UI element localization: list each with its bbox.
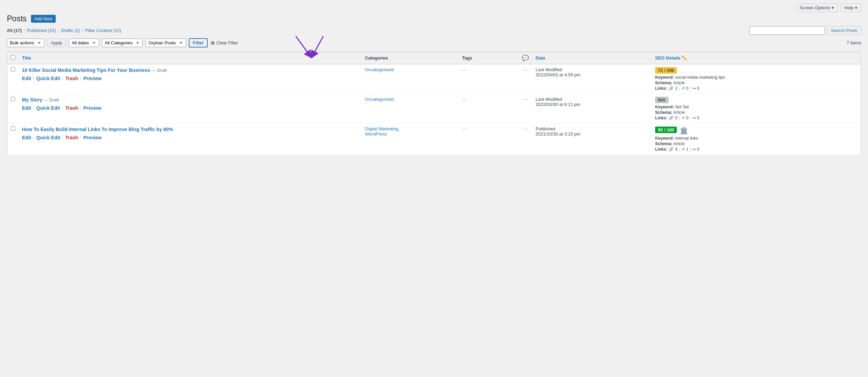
help-label: Help bbox=[844, 5, 854, 10]
row-checkbox-cell bbox=[7, 94, 19, 123]
tags-cell: — bbox=[459, 64, 519, 94]
search-posts-button[interactable]: Search Posts bbox=[827, 26, 861, 35]
seo-links: Links: 🔗 0 | ↗ 0 | ↪ 0 bbox=[655, 116, 857, 120]
preview-link[interactable]: Preview bbox=[83, 134, 101, 141]
affiliate-link-icon: ↪ bbox=[692, 147, 696, 152]
external-link-icon: ↗ bbox=[681, 86, 685, 91]
date-label: Last Modified bbox=[536, 97, 562, 102]
seo-keyword: Keyword: Not Set bbox=[655, 105, 857, 109]
trash-link[interactable]: Trash bbox=[65, 75, 78, 82]
nav-all[interactable]: All (17) bbox=[7, 28, 22, 33]
categories-cell: Digital Marketing, WordPress bbox=[361, 123, 458, 155]
external-link-icon: ↗ bbox=[681, 116, 685, 120]
title-column-header[interactable]: Title bbox=[19, 52, 361, 64]
tags-dash: — bbox=[462, 67, 467, 72]
edit-link[interactable]: Edit bbox=[22, 134, 31, 141]
row-checkbox[interactable] bbox=[11, 67, 15, 72]
categories-select[interactable]: All Categories bbox=[102, 39, 143, 47]
trash-link[interactable]: Trash bbox=[65, 105, 78, 112]
seo-keyword: Keyword: internal links bbox=[655, 136, 857, 141]
filter-button[interactable]: Filter bbox=[189, 38, 208, 47]
clear-filter-button[interactable]: ⊗ Clear Filter bbox=[210, 40, 238, 46]
table-row: My Story — Draft Edit | Quick Edit | Tra… bbox=[7, 94, 861, 123]
separator: | bbox=[58, 28, 59, 33]
post-title-link[interactable]: 10 Killer Social Media Marketing Tips Fo… bbox=[22, 67, 150, 73]
screen-options-button[interactable]: Screen Options ▾ bbox=[796, 3, 838, 12]
post-title-cell: 10 Killer Social Media Marketing Tips Fo… bbox=[19, 64, 361, 94]
seo-cell: 95 / 100 🏛️ Keyword: internal links Sche… bbox=[652, 123, 861, 155]
seo-score-badge: 95 / 100 bbox=[655, 127, 677, 133]
comments-cell: — bbox=[519, 123, 532, 155]
seo-cell: N/A Keyword: Not Set Schema: Article Lin… bbox=[652, 94, 861, 123]
quick-edit-link[interactable]: Quick Edit bbox=[36, 105, 60, 112]
row-actions: Edit | Quick Edit | Trash | Preview bbox=[22, 134, 358, 141]
add-new-button[interactable]: Add New bbox=[31, 15, 56, 23]
date-sort-link[interactable]: Date bbox=[536, 55, 545, 61]
external-link-icon: ↗ bbox=[681, 147, 685, 152]
edit-link[interactable]: Edit bbox=[22, 75, 31, 82]
pencil-icon[interactable]: ✏️ bbox=[682, 55, 687, 61]
date-value: 2021/10/30 at 3:15 pm bbox=[536, 131, 581, 137]
trash-link[interactable]: Trash bbox=[65, 134, 78, 141]
affiliate-link-icon: ↪ bbox=[692, 86, 696, 91]
select-all-checkbox[interactable] bbox=[11, 55, 15, 60]
post-status-nav: All (17) | Published (15) | Drafts (2) |… bbox=[7, 26, 861, 35]
chevron-down-icon: ▾ bbox=[832, 5, 834, 10]
separator: | bbox=[82, 28, 83, 33]
tags-dash: — bbox=[462, 126, 467, 131]
preview-link[interactable]: Preview bbox=[83, 105, 101, 112]
date-value: 2022/03/30 at 6:11 pm bbox=[536, 102, 581, 107]
tags-cell: — bbox=[459, 94, 519, 123]
post-title-cell: My Story — Draft Edit | Quick Edit | Tra… bbox=[19, 94, 361, 123]
category-link[interactable]: Uncategorized bbox=[365, 97, 394, 102]
comments-column-header: 💬 bbox=[519, 52, 532, 64]
affiliate-link-icon: ↪ bbox=[692, 116, 696, 120]
row-checkbox-cell bbox=[7, 123, 19, 155]
page-title: Posts bbox=[7, 14, 27, 23]
seo-schema: Schema: Article bbox=[655, 80, 857, 85]
comments-dash: — bbox=[523, 67, 528, 72]
seo-details-column-header: SEO Details ✏️ bbox=[652, 52, 861, 64]
nav-published[interactable]: Published (15) bbox=[27, 28, 56, 33]
search-input[interactable] bbox=[749, 26, 825, 35]
clear-filter-label: Clear Filter bbox=[216, 40, 238, 45]
title-sort-link[interactable]: Title bbox=[22, 55, 31, 61]
separator: | bbox=[24, 28, 25, 33]
orphan-posts-select[interactable]: Orphan Posts bbox=[145, 39, 186, 47]
link-icon: 🔗 bbox=[669, 116, 674, 120]
edit-link[interactable]: Edit bbox=[22, 105, 31, 112]
link-icon: 🔗 bbox=[669, 147, 674, 152]
category-link[interactable]: Digital Marketing bbox=[365, 126, 398, 131]
quick-edit-link[interactable]: Quick Edit bbox=[36, 75, 60, 82]
category-link[interactable]: WordPress bbox=[365, 131, 387, 137]
posts-table-container: Title Categories Tags 💬 Date SEO Details… bbox=[7, 52, 861, 155]
table-row: 10 Killer Social Media Marketing Tips Fo… bbox=[7, 64, 861, 94]
dates-select[interactable]: All dates bbox=[69, 39, 99, 47]
quick-edit-link[interactable]: Quick Edit bbox=[36, 134, 60, 141]
nav-pillar-content[interactable]: Pillar Content (12) bbox=[85, 28, 121, 33]
seo-keyword: Keyword: social media marketing tips bbox=[655, 75, 857, 80]
filter-bar: Bulk actions Apply All dates All Categor… bbox=[7, 38, 861, 47]
search-box: Search Posts bbox=[749, 26, 861, 35]
row-checkbox[interactable] bbox=[11, 97, 15, 101]
row-checkbox[interactable] bbox=[11, 126, 15, 131]
date-column-header[interactable]: Date bbox=[532, 52, 652, 64]
post-title-link[interactable]: How To Easily Build Internal Links To Im… bbox=[22, 127, 173, 132]
category-link[interactable]: Uncategorized bbox=[365, 67, 394, 72]
categories-column-header: Categories bbox=[361, 52, 458, 64]
seo-score-badge: N/A bbox=[655, 97, 668, 103]
preview-link[interactable]: Preview bbox=[83, 75, 101, 82]
post-status: — Draft bbox=[44, 97, 59, 103]
row-actions: Edit | Quick Edit | Trash | Preview bbox=[22, 105, 358, 112]
post-title-link[interactable]: My Story bbox=[22, 97, 42, 103]
items-count: 7 items bbox=[847, 40, 861, 45]
apply-button[interactable]: Apply bbox=[47, 39, 66, 47]
date-cell: Last Modified 2022/04/03 at 4:59 pm bbox=[532, 64, 652, 94]
comments-cell: — bbox=[519, 64, 532, 94]
seo-score-badge: 71 / 100 bbox=[655, 67, 677, 74]
seo-cell: 71 / 100 Keyword: social media marketing… bbox=[652, 64, 861, 94]
date-cell: Published 2021/10/30 at 3:15 pm bbox=[532, 123, 652, 155]
nav-drafts[interactable]: Drafts (2) bbox=[61, 28, 80, 33]
help-button[interactable]: Help ▾ bbox=[840, 3, 861, 12]
bulk-actions-select[interactable]: Bulk actions bbox=[7, 39, 44, 47]
